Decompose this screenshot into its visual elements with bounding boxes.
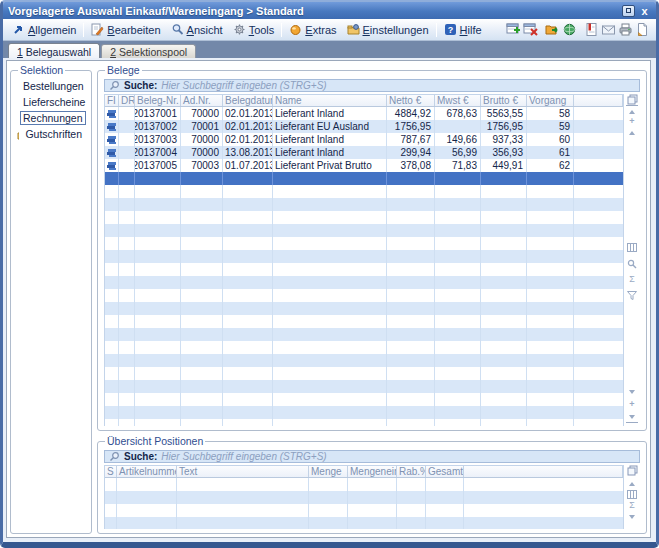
tab-belegauswahl[interactable]: 1 Belegauswahl <box>8 43 100 58</box>
column-options-icon[interactable] <box>626 489 638 500</box>
beleg-icon <box>107 148 116 158</box>
empty-row <box>105 354 623 367</box>
copy-grid-icon[interactable] <box>626 465 638 476</box>
beleg-icon <box>107 122 116 132</box>
gear-icon <box>233 23 246 36</box>
table-row[interactable]: 20137003 70000 02.01.2013 /Mi Lieferant … <box>105 133 623 146</box>
print-icon[interactable] <box>618 22 633 37</box>
search-icon <box>109 451 120 462</box>
toolbar <box>506 22 652 37</box>
scroll-down-icon[interactable] <box>626 511 638 522</box>
col-header-text[interactable]: Text <box>177 466 309 477</box>
col-header-name[interactable]: Name <box>273 95 387 106</box>
scroll-up-icon[interactable] <box>626 478 638 489</box>
help-icon: ? <box>444 23 457 36</box>
sidebar-item-lieferscheine[interactable]: Lieferscheine <box>17 94 85 110</box>
scroll-down-icon[interactable] <box>626 386 638 397</box>
empty-row <box>105 380 623 393</box>
empty-row <box>105 302 623 315</box>
scroll-up-icon[interactable] <box>626 127 638 138</box>
menu-ansicht[interactable]: Ansicht <box>166 21 228 38</box>
sum-icon[interactable]: Σ <box>626 500 638 511</box>
col-header-dr[interactable]: DR <box>119 95 135 106</box>
empty-row <box>105 478 623 491</box>
empty-row <box>105 341 623 354</box>
empty-row <box>105 250 623 263</box>
col-header-mwst[interactable]: Mwst € <box>435 95 481 106</box>
empty-row <box>105 315 623 328</box>
globe-icon[interactable] <box>562 22 577 37</box>
scroll-end-icon[interactable] <box>626 412 638 423</box>
positionen-header-row: S Artikelnummer Text Menge Mengeneinheit… <box>105 466 623 478</box>
menu-bearbeiten[interactable]: Bearbeiten <box>86 21 165 38</box>
belege-search-input[interactable]: Suche: Hier Suchbegriff eingeben (STRG+S… <box>104 79 640 92</box>
window-title: Vorgelagerte Auswahl Einkauf/Wareneingan… <box>8 5 304 17</box>
edit-document-icon <box>91 23 104 36</box>
quick-search-icon[interactable] <box>626 258 638 269</box>
right-column: Belege Suche: Hier Suchbegriff eingeben … <box>97 64 647 534</box>
menu-bar: Allgemein Bearbeiten Ansicht Tools Extra… <box>3 19 656 41</box>
belege-table: FI DR Beleg-Nr. Ad.Nr. Belegdatum Name N… <box>104 94 624 426</box>
table-row[interactable]: 20137001 70000 02.01.2013 /Mi Lieferant … <box>105 107 623 120</box>
tab-selektionspool[interactable]: 2 Selektionspool <box>101 44 196 58</box>
col-header-artikelnummer[interactable]: Artikelnummer <box>117 466 177 477</box>
col-header-gesamt[interactable]: Gesamt € <box>426 466 464 477</box>
append-row-icon[interactable]: + <box>626 399 638 410</box>
restore-icon <box>626 8 631 13</box>
menu-allgemein[interactable]: Allgemein <box>7 21 81 38</box>
menu-extras[interactable]: Extras <box>284 21 341 38</box>
belege-group: Belege Suche: Hier Suchbegriff eingeben … <box>97 64 647 431</box>
menu-einstellungen[interactable]: Einstellungen <box>342 21 434 38</box>
copy-grid-icon[interactable] <box>626 94 638 105</box>
menu-tools[interactable]: Tools <box>228 21 280 38</box>
col-header-s[interactable]: S <box>105 466 117 477</box>
scroll-top-icon[interactable] <box>626 105 638 116</box>
beleg-icon <box>107 135 116 145</box>
empty-row <box>105 504 623 517</box>
empty-row <box>105 198 623 211</box>
insert-row-icon[interactable]: + <box>626 116 638 127</box>
export-folder-icon[interactable] <box>545 22 560 37</box>
table-row[interactable]: 20137005 70003 01.07.2013 /Mo Lieferant … <box>105 159 623 172</box>
selected-row[interactable] <box>105 172 623 185</box>
col-header-ad-nr[interactable]: Ad.Nr. <box>181 95 223 106</box>
empty-row <box>105 224 623 237</box>
title-bar: Vorgelagerte Auswahl Einkauf/Wareneingan… <box>3 2 656 19</box>
col-header-beleg-nr[interactable]: Beleg-Nr. <box>135 95 181 106</box>
new-document-icon[interactable] <box>635 22 650 37</box>
magnifier-icon <box>171 23 184 36</box>
col-header-belegdatum[interactable]: Belegdatum <box>223 95 273 106</box>
extras-ball-icon <box>289 23 302 36</box>
col-header-menge[interactable]: Menge <box>309 466 348 477</box>
search-label: Suche: <box>124 451 157 462</box>
col-header-mengeneinheit[interactable]: Mengeneinheit <box>348 466 397 477</box>
search-placeholder: Hier Suchbegriff eingeben (STRG+S) <box>161 451 326 462</box>
empty-row <box>105 237 623 250</box>
restore-button[interactable] <box>622 5 635 17</box>
belege-grid-controls: + Σ + <box>624 94 640 426</box>
col-header-brutto[interactable]: Brutto € <box>481 95 527 106</box>
sidebar-item-gutschriften[interactable]: Gutschriften <box>17 126 85 142</box>
positionen-search-input[interactable]: Suche: Hier Suchbegriff eingeben (STRG+S… <box>104 450 640 463</box>
filter-icon[interactable] <box>626 290 638 301</box>
table-row[interactable]: 20137002 70001 02.01.2013 /Mi Lieferant … <box>105 120 623 133</box>
col-header-rabatt[interactable]: Rab.% <box>397 466 426 477</box>
empty-row <box>105 328 623 341</box>
close-button[interactable]: x <box>638 5 651 17</box>
belege-header-row: FI DR Beleg-Nr. Ad.Nr. Belegdatum Name N… <box>105 95 623 107</box>
insert-record-icon[interactable] <box>506 22 521 37</box>
sidebar-item-rechnungen[interactable]: Rechnungen <box>17 110 85 126</box>
mail-icon[interactable] <box>601 22 616 37</box>
menu-hilfe[interactable]: ? Hilfe <box>439 21 487 38</box>
delete-record-icon[interactable] <box>523 22 538 37</box>
column-options-icon[interactable] <box>626 242 638 253</box>
col-header-fi[interactable]: FI <box>105 95 119 106</box>
col-header-netto[interactable]: Netto € <box>387 95 435 106</box>
table-row[interactable]: 20137004 70000 13.08.2013 /Di Lieferant … <box>105 146 623 159</box>
sum-icon[interactable]: Σ <box>626 274 638 285</box>
settings-folder-icon <box>347 23 360 36</box>
empty-row <box>105 517 623 529</box>
sidebar-item-bestellungen[interactable]: Bestellungen <box>17 78 85 94</box>
col-header-vorgang[interactable]: Vorgang <box>527 95 574 106</box>
document-ribbon-icon[interactable] <box>584 22 599 37</box>
